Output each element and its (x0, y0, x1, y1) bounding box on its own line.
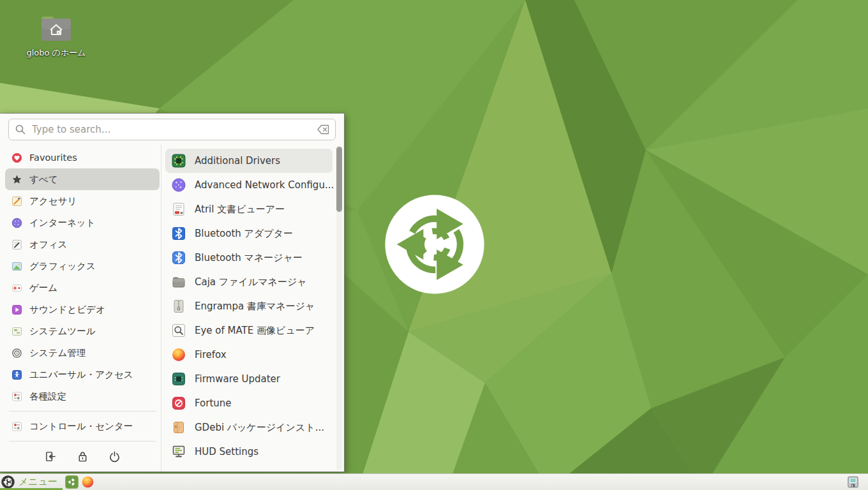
software-boutique-icon (65, 475, 79, 489)
sidebar-item-preferences[interactable]: 各種設定 (5, 385, 160, 407)
sidebar-item-system-admin[interactable]: システム管理 (5, 342, 160, 364)
sidebar-item-label: Favourites (29, 152, 77, 163)
app-item-label: Advanced Network Configu... (195, 179, 334, 191)
sidebar-item-system-tools[interactable]: システムツール (5, 320, 160, 342)
app-item-eye-of-mate[interactable]: Eye of MATE 画像ビューア (165, 318, 333, 343)
app-item-caja[interactable]: Caja ファイルマネージャ (165, 270, 333, 294)
scrollbar-thumb[interactable] (336, 147, 342, 212)
lock-screen-button[interactable] (74, 448, 91, 464)
firefox-launcher[interactable] (81, 475, 94, 489)
app-item-hud-settings[interactable]: HUD Settings (165, 440, 333, 464)
clear-search-icon[interactable] (317, 124, 330, 135)
app-item-gdebi[interactable]: GDebi パッケージインスト... (165, 415, 333, 440)
app-item-label: HUD Settings (195, 446, 258, 457)
category-sidebar: Favouritesすべてアクセサリインターネットオフィスグラフィックスゲームサ… (0, 144, 161, 471)
app-item-label: Engrampa 書庫マネージャ (195, 301, 315, 313)
separator (9, 441, 156, 442)
firmware-updater-icon (171, 371, 186, 387)
app-item-atril[interactable]: Atril 文書ビューアー (165, 197, 333, 221)
hud-settings-icon (171, 444, 186, 459)
app-item-label: Firefox (195, 349, 227, 360)
app-item-label: Atril 文書ビューアー (195, 204, 285, 216)
app-item-label: Bluetooth アダプター (195, 228, 293, 240)
preferences-icon (11, 391, 22, 402)
app-item-advanced-network[interactable]: Advanced Network Configu... (165, 173, 333, 197)
sidebar-item-universal-access[interactable]: ユニバーサル・アクセス (5, 364, 160, 385)
gdebi-icon (171, 420, 186, 435)
app-item-label: Eye of MATE 画像ビューア (195, 325, 315, 337)
menu-button[interactable]: メニュー (0, 474, 63, 490)
sidebar-item-label: ユニバーサル・アクセス (29, 369, 133, 381)
home-folder-label: globo のホーム (26, 47, 86, 59)
sidebar-item-sound-video[interactable]: サウンドとビデオ (5, 299, 160, 320)
atril-icon (171, 202, 186, 217)
sidebar-item-label: システムツール (29, 325, 96, 338)
application-list: Additional DriversAdvanced Network Confi… (161, 144, 344, 471)
firefox-icon (81, 475, 94, 489)
app-item-additional-drivers[interactable]: Additional Drivers (165, 149, 333, 173)
bluetooth-adapter-icon (171, 226, 186, 241)
caja-icon (171, 274, 186, 290)
sidebar-item-favourites[interactable]: Favourites (5, 147, 160, 168)
sidebar-item-games[interactable]: ゲーム (5, 277, 160, 299)
fortune-icon (171, 396, 186, 411)
sidebar-item-label: オフィス (29, 239, 67, 251)
app-item-partial-app[interactable] (165, 464, 333, 471)
sidebar-item-accessories[interactable]: アクセサリ (5, 190, 160, 212)
sidebar-item-internet[interactable]: インターネット (5, 212, 160, 234)
ubuntu-mate-logo (384, 193, 486, 295)
search-icon (15, 124, 26, 135)
system-tools-icon (11, 326, 22, 337)
sidebar-item-office[interactable]: オフィス (5, 234, 160, 255)
universal-access-icon (11, 369, 22, 380)
sidebar-item-all-applications[interactable]: すべて (5, 168, 160, 190)
software-boutique-launcher[interactable] (65, 475, 79, 489)
games-icon (11, 283, 22, 293)
separator (9, 411, 156, 412)
sidebar-item-label: グラフィックス (29, 260, 96, 272)
sidebar-item-graphics[interactable]: グラフィックス (5, 255, 160, 277)
firefox-icon (171, 347, 186, 362)
app-item-label: Caja ファイルマネージャ (195, 276, 307, 288)
additional-drivers-icon (171, 153, 186, 168)
sidebar-item-label: システム管理 (29, 347, 86, 359)
session-buttons-row (5, 448, 160, 464)
app-item-bluetooth-manager[interactable]: Bluetooth マネージャー (165, 246, 333, 270)
sidebar-item-label: サウンドとビデオ (29, 304, 105, 316)
app-item-label: Firmware Updater (195, 373, 280, 385)
sound-video-icon (11, 304, 22, 315)
sidebar-item-label: コントロール・センター (29, 420, 133, 433)
sidebar-item-label: インターネット (29, 217, 96, 229)
app-item-bluetooth-adapter[interactable]: Bluetooth アダプター (165, 221, 333, 246)
all-applications-icon (11, 174, 22, 185)
bluetooth-manager-icon (171, 250, 186, 265)
accessories-icon (11, 196, 22, 207)
desktop: globo のホーム Favouritesすべてアクセサリインターネットオフィス… (0, 0, 868, 490)
power-button[interactable] (106, 448, 123, 464)
search-input[interactable] (31, 123, 313, 136)
app-list-scrollbar[interactable] (336, 145, 342, 470)
search-box[interactable] (8, 119, 336, 140)
logout-button[interactable] (42, 448, 59, 464)
app-item-fortune[interactable]: Fortune (165, 391, 333, 415)
app-item-firmware-updater[interactable]: Firmware Updater (165, 367, 333, 391)
sidebar-item-label: すべて (29, 174, 58, 186)
home-folder-desktop-icon[interactable]: globo のホーム (23, 13, 89, 59)
menu-body: Favouritesすべてアクセサリインターネットオフィスグラフィックスゲームサ… (0, 144, 344, 471)
sidebar-item-label: 各種設定 (29, 390, 66, 403)
search-row (0, 114, 344, 144)
favourites-icon (11, 152, 22, 163)
menu-button-label: メニュー (19, 476, 57, 488)
brisk-menu-popup: Favouritesすべてアクセサリインターネットオフィスグラフィックスゲームサ… (0, 113, 345, 472)
engrampa-icon (171, 299, 186, 314)
sidebar-item-control-center[interactable]: コントロール・センター (5, 415, 160, 437)
menu-button-logo-icon (1, 475, 15, 489)
graphics-icon (11, 261, 22, 272)
taskbar: メニュー (0, 473, 868, 490)
app-item-engrampa[interactable]: Engrampa 書庫マネージャ (165, 294, 333, 318)
app-item-firefox[interactable]: Firefox (165, 343, 333, 367)
sidebar-item-label: アクセサリ (29, 195, 77, 207)
app-item-label: Bluetooth マネージャー (195, 252, 303, 264)
app-item-label: Additional Drivers (195, 155, 280, 167)
tray-disk-mounter-icon[interactable] (846, 475, 860, 489)
